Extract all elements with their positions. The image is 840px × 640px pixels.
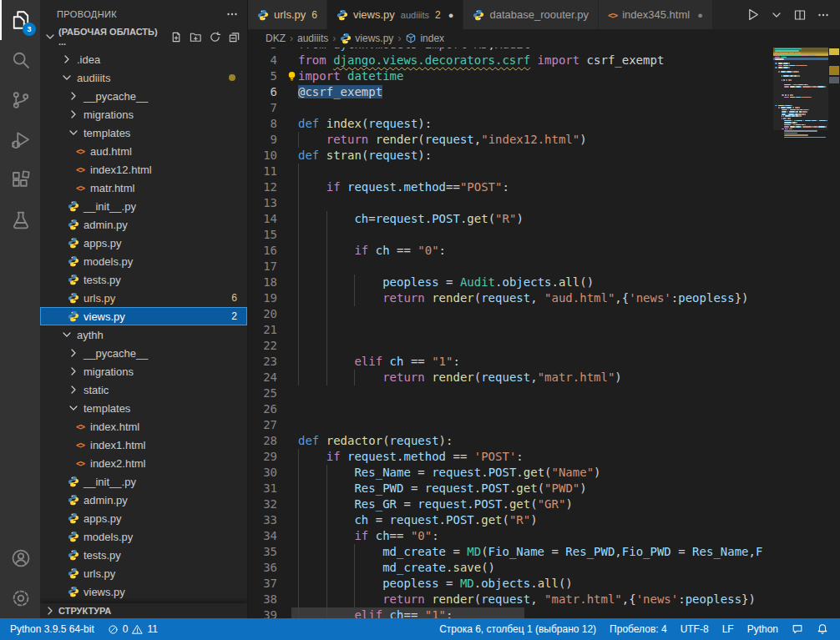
tree-folder-migrations[interactable]: migrations [40, 105, 247, 123]
tree-folder-aythh[interactable]: aythh [40, 325, 247, 344]
tree-folder-templates[interactable]: templates [40, 399, 247, 417]
tree-file-matr-html[interactable]: <>matr.html [40, 179, 247, 197]
code-editor[interactable]: 3from aythh.models import MD,Audit4from … [248, 48, 773, 618]
tree-folder---pycache--[interactable]: __pycache__ [40, 344, 247, 362]
tree-file-tests-py[interactable]: tests.py [40, 270, 247, 289]
tree-folder-migrations[interactable]: migrations [40, 362, 247, 380]
refresh-icon[interactable] [209, 31, 221, 43]
tree-folder-templates[interactable]: templates [40, 123, 247, 142]
tree-file-urls-py[interactable]: urls.py6 [40, 289, 247, 307]
status-language[interactable]: Python [747, 623, 778, 635]
chevron-down-icon[interactable] [770, 8, 783, 22]
code-token: () [481, 561, 495, 574]
code-token: render [432, 291, 474, 305]
minimap-line [782, 94, 785, 96]
breadcrumb-item-index[interactable]: index [405, 33, 444, 44]
tree-file-admin-py[interactable]: admin.py [40, 215, 247, 234]
python-file-icon [67, 236, 80, 249]
activity-item-settings[interactable] [0, 578, 40, 618]
activity-item-account[interactable] [0, 538, 40, 578]
tree-file-index1-html[interactable]: <>index1.html [40, 436, 247, 454]
line-number: 15 [248, 227, 277, 243]
tab-modified-dot[interactable]: ● [697, 10, 703, 20]
editor-scrollbar[interactable] [828, 48, 840, 618]
line-number: 11 [248, 164, 277, 179]
tree-file-aud-html[interactable]: <>aud.html [40, 142, 247, 160]
minimap-line [781, 107, 787, 108]
tree-file-tests-py[interactable]: tests.py [40, 546, 247, 564]
tree-folder-audiiits[interactable]: audiiits [40, 68, 247, 87]
tab-modified-dot[interactable]: ● [448, 10, 454, 20]
indent-guide [326, 306, 327, 322]
tree-file-models-py[interactable]: models.py [40, 252, 247, 270]
activity-item-source-control[interactable] [0, 80, 40, 120]
tree-file-apps-py[interactable]: apps.py [40, 234, 247, 252]
breadcrumb-item-audiiits[interactable]: audiiits [297, 33, 328, 44]
tab-views-py[interactable]: views.pyaudiiits2● [327, 0, 463, 29]
split-editor-icon[interactable] [793, 8, 807, 22]
tree-file-admin-py[interactable]: admin.py [40, 491, 247, 509]
new-folder-icon[interactable] [190, 31, 202, 43]
tab-urls-py[interactable]: urls.py6 [248, 0, 327, 29]
tree-file-index-html[interactable]: <>index.html [40, 417, 247, 436]
tree-item-label: models.py [83, 255, 133, 268]
code-token: from [298, 53, 333, 67]
tab-label: index345.html [622, 8, 690, 21]
tree-file-views-py[interactable]: views.py [40, 582, 247, 601]
code-line-39: 39 elif ch== "1": [248, 607, 773, 618]
activity-item-extensions[interactable] [0, 160, 40, 200]
code-token: . [552, 275, 559, 289]
line-number: 36 [248, 560, 277, 576]
activity-item-search[interactable] [0, 40, 40, 80]
status-python-version[interactable]: Python 3.9.5 64-bit [10, 623, 94, 635]
bell-icon [817, 623, 828, 635]
tree-file-index12-html[interactable]: <>index12.html [40, 160, 247, 179]
more-actions-icon[interactable] [225, 8, 239, 21]
tree-file-index2-html[interactable]: <>index2.html [40, 454, 247, 472]
new-file-icon[interactable] [170, 31, 183, 43]
code-token: return [382, 370, 432, 384]
status-encoding[interactable]: UTF-8 [681, 623, 709, 635]
tree-file---init---py[interactable]: __init__.py [40, 472, 247, 491]
structure-section-header[interactable]: СТРУКТУРА [40, 603, 247, 618]
tree-folder-static[interactable]: static [40, 380, 247, 399]
tree-file---init---py[interactable]: __init__.py [40, 197, 247, 215]
tree-file-models-py[interactable]: models.py [40, 527, 247, 546]
code-line-8: 8def index(request): [248, 116, 773, 132]
line-number: 29 [248, 449, 277, 465]
tab-index345-html[interactable]: <>index345.html● [599, 0, 713, 29]
tab-database-roouter-py[interactable]: database_roouter.py [463, 0, 599, 29]
workspace-section-header[interactable]: (РАБОЧАЯ ОБЛАСТЬ) ... [40, 28, 247, 46]
tree-folder--idea[interactable]: .idea [40, 50, 247, 68]
status-feedback[interactable] [792, 623, 803, 635]
editor-actions [736, 0, 840, 29]
python-file-icon [67, 493, 80, 506]
tree-file-views-py[interactable]: views.py2 [40, 307, 247, 325]
tree-file-urls-py[interactable]: urls.py [40, 564, 247, 582]
breadcrumb-item-views-py[interactable]: views.py [340, 33, 393, 44]
collapse-all-icon[interactable] [228, 31, 240, 43]
run-icon[interactable] [746, 8, 760, 22]
more-icon[interactable] [817, 8, 830, 22]
status-notifications[interactable] [817, 623, 828, 635]
tree-file-apps-py[interactable]: apps.py [40, 509, 247, 527]
code-token: if [354, 244, 375, 257]
code-token: return [382, 592, 432, 606]
status-eol[interactable]: LF [722, 623, 734, 635]
activity-item-testing[interactable] [0, 200, 40, 240]
line-number: 10 [248, 148, 277, 164]
status-problems[interactable]: 011 [108, 623, 158, 635]
code-token: return [326, 133, 376, 146]
activity-item-run-debug[interactable] [0, 120, 40, 160]
breadcrumb-item-DKZ[interactable]: DKZ [266, 33, 286, 44]
minimap[interactable] [773, 48, 828, 618]
code-token: "PWD" [544, 481, 579, 495]
python-icon [340, 33, 352, 44]
tree-folder---pycache--[interactable]: __pycache__ [40, 87, 247, 105]
code-token: : [678, 592, 685, 606]
status-indentation[interactable]: Пробелов: 4 [610, 623, 667, 635]
status-cursor-position[interactable]: Строка 6, столбец 1 (выбрано 12) [439, 623, 596, 635]
code-token: }) [741, 592, 756, 606]
code-line-26: 26 [248, 401, 773, 417]
activity-item-explorer[interactable]: 3 [0, 0, 40, 40]
